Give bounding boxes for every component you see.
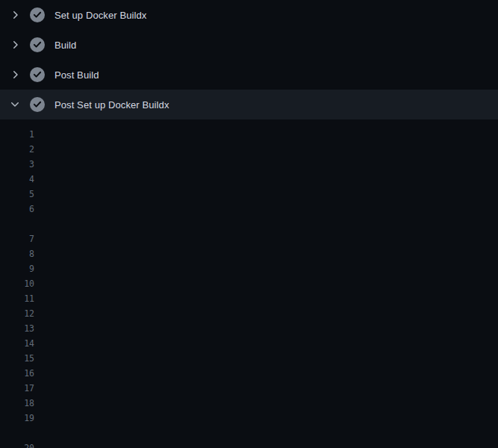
log-line-number[interactable]: 12 (0, 306, 34, 321)
log-line: 1 Post job cleanup. (0, 127, 498, 142)
log-line-number[interactable]: 18 (0, 396, 34, 411)
log-line-number[interactable]: 3 (0, 157, 34, 172)
log-line: 6 time="2021-04-23T18:02:37Z" level=info… (0, 202, 498, 217)
log-line: 19 time="2021-04-23T18:02:38Z" level=deb… (0, 411, 498, 426)
log-line-number[interactable]: 19 (0, 411, 34, 426)
step-title: Set up Docker Buildx (55, 10, 146, 21)
chevron-right-icon (9, 9, 21, 21)
log-line: 15 time="2021-04-23T18:02:38Z" level=deb… (0, 351, 498, 366)
chevron-right-icon[interactable] (9, 69, 21, 81)
log-line: 4 time="2021-04-23T18:02:37Z" level=info… (0, 172, 498, 187)
log-line-number[interactable]: 2 (0, 142, 34, 157)
log-line: 16 time="2021-04-23T18:02:38Z" level=deb… (0, 366, 498, 381)
log-viewer: 1 Post job cleanup. 2 ▼BuildKit containe… (0, 119, 498, 448)
log-line: 7 time="2021-04-23T18:02:37Z" level=warn… (0, 231, 498, 246)
log-line-number[interactable]: 14 (0, 336, 34, 351)
log-line: 10 time="2021-04-23T18:02:37Z" level=inf… (0, 276, 498, 291)
check-circle-icon (30, 7, 45, 22)
log-line: 5 time="2021-04-23T18:02:37Z" level=warn… (0, 187, 498, 202)
log-line-number[interactable]: 13 (0, 321, 34, 336)
log-line-number[interactable]: 9 (0, 261, 34, 276)
chevron-down-icon (9, 99, 21, 111)
chevron-right-icon[interactable] (9, 9, 21, 21)
log-line: 3 /usr/bin/docker logs buildx_buildkit_b… (0, 157, 498, 172)
chevron-right-icon[interactable] (9, 39, 21, 51)
log-line-number[interactable]: 1 (0, 127, 34, 142)
chevron-down-icon[interactable] (9, 99, 21, 111)
log-line: 8 time="2021-04-23T18:02:37Z" level=info… (0, 246, 498, 261)
step-row-0[interactable]: Set up Docker Buildx (0, 0, 498, 30)
log-line-number[interactable]: 16 (0, 366, 34, 381)
check-circle-icon (30, 37, 45, 52)
step-title: Build (55, 40, 76, 51)
step-title: Post Build (55, 69, 99, 81)
log-line-number[interactable]: 15 (0, 351, 34, 366)
log-line-number[interactable]: 17 (0, 381, 34, 396)
log-line-number[interactable]: 8 (0, 246, 34, 261)
step-row-1[interactable]: Build (0, 30, 498, 60)
check-circle-icon (30, 97, 45, 112)
log-line-number[interactable]: 7 (0, 231, 34, 246)
log-line: 18 time="2021-04-23T18:02:38Z" level=deb… (0, 396, 498, 411)
check-circle-icon (30, 67, 45, 82)
log-line: 13 time="2021-04-23T18:02:38Z" level=deb… (0, 321, 498, 336)
log-line: 11 time="2021-04-23T18:02:38Z" level=deb… (0, 291, 498, 306)
log-line-number[interactable]: 10 (0, 276, 34, 291)
log-line-number[interactable]: 20 (0, 441, 34, 448)
step-title: Post Set up Docker Buildx (55, 99, 169, 111)
log-line: 20 time="2021-04-23T18:02:38Z" level=deb… (0, 441, 498, 448)
log-line-number[interactable]: 11 (0, 291, 34, 306)
log-line-number[interactable]: 5 (0, 187, 34, 202)
log-line: 17 time="2021-04-23T18:02:38Z" level=deb… (0, 381, 498, 396)
step-row-2[interactable]: Post Build (0, 60, 498, 90)
steps-list: Set up Docker Buildx Build Post Build Po… (0, 0, 498, 119)
log-line: application/vnd.oci.image.index.v1+json,… (0, 426, 498, 441)
log-line: 9 time="2021-04-23T18:02:37Z" level=warn… (0, 261, 498, 276)
log-line: linux/riscv64 linux/ppc64le linux/s390x … (0, 217, 498, 231)
log-line-number[interactable]: 6 (0, 202, 34, 217)
chevron-right-icon (9, 69, 21, 81)
chevron-right-icon (9, 39, 21, 51)
step-row-3[interactable]: Post Set up Docker Buildx (0, 90, 498, 119)
log-line: 14 time="2021-04-23T18:02:38Z" level=deb… (0, 336, 498, 351)
log-line: 12 time="2021-04-23T18:02:38Z" level=deb… (0, 306, 498, 321)
log-line: 2 ▼BuildKit container logs (0, 142, 498, 157)
log-line-number[interactable]: 4 (0, 172, 34, 187)
